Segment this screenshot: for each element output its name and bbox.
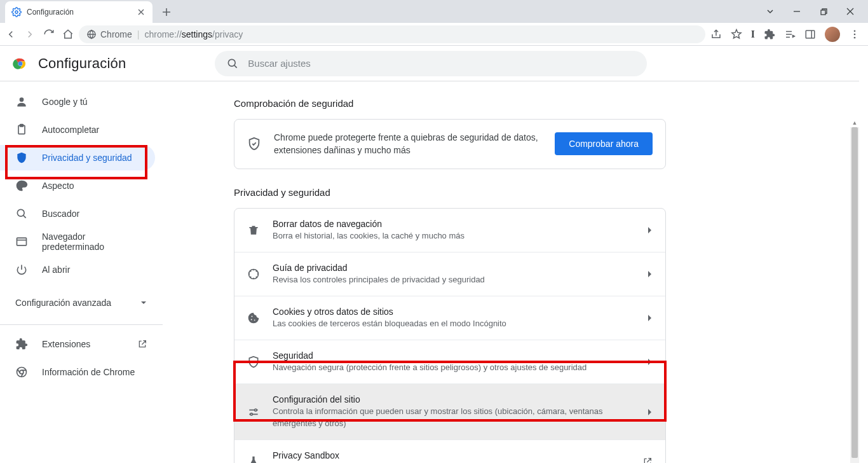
minimize-icon[interactable]: [789, 4, 804, 19]
palette-icon: [15, 179, 28, 192]
privacy-list: Borrar datos de navegación Borra el hist…: [234, 208, 666, 463]
gear-icon: [11, 7, 22, 17]
scrollbar-up-icon[interactable]: ▲: [850, 118, 859, 127]
svg-point-12: [17, 209, 24, 216]
sidebar-item-label: Aspecto: [42, 181, 74, 191]
extensions-icon[interactable]: [764, 29, 775, 40]
chevron-right-icon: [648, 270, 653, 278]
menu-icon[interactable]: [849, 29, 860, 40]
compass-icon: [247, 268, 260, 280]
svg-point-8: [229, 59, 236, 66]
sidebar-item-default-browser[interactable]: Navegador predeterminado: [0, 229, 155, 254]
scrollbar-thumb[interactable]: [851, 127, 858, 458]
safety-text: Chrome puede protegerte frente a quiebra…: [274, 131, 542, 157]
row-title: Privacy Sandbox: [273, 450, 630, 460]
divider: [0, 324, 163, 325]
svg-rect-3: [806, 31, 815, 38]
sidebar-item-autofill[interactable]: Autocompletar: [0, 117, 155, 142]
svg-point-16: [249, 269, 259, 279]
row-title: Guía de privacidad: [273, 263, 635, 273]
row-cookies[interactable]: Cookies y otros datos de sitios Las cook…: [234, 296, 665, 340]
site-info-icon[interactable]: Chrome: [86, 29, 132, 39]
home-icon[interactable]: [62, 29, 74, 40]
media-icon[interactable]: [784, 29, 796, 40]
extension-i-icon[interactable]: I: [751, 29, 755, 40]
sidebar-about-chrome[interactable]: Información de Chrome: [0, 359, 163, 385]
settings-search[interactable]: [215, 51, 647, 76]
row-privacy-sandbox[interactable]: Privacy Sandbox Las funciones de prueba …: [234, 439, 665, 463]
svg-point-9: [20, 97, 24, 102]
svg-point-18: [251, 319, 252, 321]
open-external-icon: [137, 339, 147, 349]
svg-point-19: [254, 319, 255, 321]
row-privacy-guide[interactable]: Guía de privacidad Revisa los controles …: [234, 252, 665, 296]
tab-search-icon[interactable]: [763, 4, 778, 19]
scrollbar[interactable]: ▲: [850, 127, 859, 463]
row-clear-browsing-data[interactable]: Borrar datos de navegación Borra el hist…: [234, 209, 665, 252]
browser-tab[interactable]: Configuración: [5, 1, 153, 23]
close-icon[interactable]: [136, 7, 146, 17]
row-sub: Controla la información que pueden usar …: [273, 406, 635, 429]
row-title: Cookies y otros datos de sitios: [273, 307, 635, 317]
sidebar: Google y tú Autocompletar Privacidad y s…: [0, 81, 163, 463]
sidebar-item-label: Al abrir: [42, 265, 70, 275]
row-sub: Las cookies de terceros están bloqueadas…: [273, 318, 635, 329]
svg-rect-13: [17, 238, 27, 245]
window-close-icon[interactable]: [843, 4, 858, 19]
window-controls: [752, 0, 868, 23]
sidebar-item-you-and-google[interactable]: Google y tú: [0, 89, 155, 114]
sidebar-extensions[interactable]: Extensiones: [0, 331, 163, 357]
row-sub: Revisa los controles principales de priv…: [273, 274, 635, 286]
maximize-icon[interactable]: [816, 4, 831, 19]
row-sub: Navegación segura (protección frente a s…: [273, 362, 635, 373]
page-title: Configuración: [38, 55, 126, 72]
tabstrip: Configuración: [0, 0, 868, 23]
row-title: Configuración del sitio: [273, 394, 635, 404]
row-site-settings[interactable]: Configuración del sitio Controla la info…: [234, 384, 665, 439]
chevron-right-icon: [648, 408, 653, 416]
omnibox[interactable]: Chrome | chrome://settings/privacy: [79, 25, 705, 43]
chrome-logo-icon: [13, 56, 28, 71]
new-tab-button[interactable]: [158, 3, 175, 21]
sidebar-item-appearance[interactable]: Aspecto: [0, 173, 155, 198]
search-input[interactable]: [248, 58, 635, 69]
sidepanel-icon[interactable]: [804, 29, 816, 40]
check-now-button[interactable]: Comprobar ahora: [555, 132, 653, 155]
reload-icon[interactable]: [43, 29, 55, 40]
sidebar-item-privacy[interactable]: Privacidad y seguridad: [0, 145, 155, 170]
sidebar-item-search[interactable]: Buscador: [0, 201, 155, 226]
chevron-down-icon: [140, 299, 147, 307]
safety-heading: Comprobación de seguridad: [234, 98, 666, 109]
sidebar-advanced[interactable]: Configuración avanzada: [0, 287, 163, 318]
cookie-icon: [247, 312, 260, 324]
svg-point-20: [255, 409, 257, 411]
forward-icon[interactable]: [24, 29, 36, 40]
search-icon: [15, 207, 28, 220]
url-text: chrome://settings/privacy: [144, 29, 697, 39]
row-security[interactable]: Seguridad Navegación segura (protección …: [234, 340, 665, 384]
sidebar-item-label: Google y tú: [42, 97, 88, 107]
clipboard-icon: [15, 123, 28, 136]
about-label: Información de Chrome: [42, 367, 135, 377]
avatar[interactable]: [825, 27, 840, 42]
privacy-heading: Privacidad y seguridad: [234, 187, 666, 198]
svg-point-5: [854, 33, 856, 35]
shield-check-icon: [247, 137, 261, 151]
sidebar-item-label: Navegador predeterminado: [42, 232, 140, 252]
svg-rect-1: [821, 10, 825, 15]
open-external-icon: [642, 457, 653, 463]
sliders-icon: [247, 406, 260, 418]
tab-title: Configuración: [27, 8, 131, 17]
shield-icon: [247, 356, 260, 368]
back-icon[interactable]: [5, 29, 17, 40]
chevron-right-icon: [648, 226, 653, 234]
settings-header: Configuración: [0, 46, 859, 81]
power-icon: [15, 263, 28, 276]
share-icon[interactable]: [710, 29, 722, 40]
sidebar-item-on-startup[interactable]: Al abrir: [0, 257, 155, 282]
row-title: Seguridad: [273, 350, 635, 361]
bookmark-icon[interactable]: [731, 29, 742, 40]
flask-icon: [247, 455, 260, 463]
advanced-label: Configuración avanzada: [15, 298, 111, 308]
row-title: Borrar datos de navegación: [273, 219, 635, 229]
